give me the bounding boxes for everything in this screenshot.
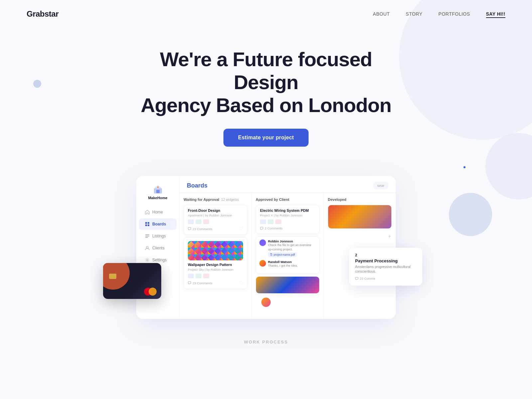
kanban-col-waiting: Waiting for Approval 12 widgetss Front-D… <box>180 193 252 319</box>
boards-icon <box>145 222 150 226</box>
site-logo[interactable]: Grabstar <box>27 9 59 19</box>
user-avatar-1 <box>259 239 266 246</box>
svg-rect-12 <box>270 253 272 256</box>
bg-decoration-circle-bottom <box>449 193 492 236</box>
sidebar-item-clients[interactable]: Clients <box>139 242 177 254</box>
sidebar-item-listings[interactable]: Listings <box>139 230 177 242</box>
card-tag <box>203 219 209 224</box>
card-tag <box>275 219 281 224</box>
search-button[interactable]: sear <box>373 182 388 189</box>
makehome-logo-icon <box>153 184 163 195</box>
svg-rect-9 <box>145 237 148 238</box>
boards-title: Boards <box>187 182 207 189</box>
popup-footer: 23 Comme <box>355 277 416 280</box>
card-image <box>188 241 243 260</box>
hero-title: We're a Future focused Design Agency Bas… <box>133 48 399 117</box>
card-tag <box>188 219 194 224</box>
sidebar-nav: Home Boards <box>136 206 179 266</box>
svg-rect-6 <box>148 224 149 226</box>
main-header: Boards sear <box>180 176 396 193</box>
svg-point-11 <box>147 259 148 261</box>
card-tag <box>203 274 209 278</box>
card-footer: 2 Comments <box>260 226 315 230</box>
col-header-developed: Developed <box>328 198 392 201</box>
svg-rect-13 <box>270 253 272 254</box>
kanban-card: Front-Door Design Apartment | by Robbin … <box>184 205 247 235</box>
listings-icon <box>145 234 150 238</box>
card-footer: 23 Comments ♡ <box>188 281 243 285</box>
card-tag <box>268 219 274 224</box>
app-mockup-wrapper: MakeHome Home Boards <box>136 176 396 319</box>
svg-rect-1 <box>156 190 160 193</box>
card-comments: 2 Comments <box>260 226 283 230</box>
credit-card-float <box>103 263 161 299</box>
sidebar-item-boards[interactable]: Boards <box>139 218 177 230</box>
nav-item-portfolios[interactable]: PORTFOLIOS <box>439 11 470 17</box>
col-header-approved: Approved by Client <box>256 198 320 201</box>
chat-message-2: Randoll Watson Thanks, I got the Idea. <box>268 260 298 268</box>
sidebar-logo: MakeHome <box>136 184 179 200</box>
add-card-button[interactable]: + <box>328 231 392 241</box>
card-preview-image <box>256 277 319 293</box>
sidebar-user-avatar <box>261 298 271 307</box>
card-tags <box>188 219 243 224</box>
nav-item-story[interactable]: STORY <box>406 11 422 17</box>
sidebar-item-home[interactable]: Home <box>139 206 177 218</box>
chat-thread: Robbin Jonnson Check the file to get an … <box>256 236 320 274</box>
work-process-label: WORK PROCESS <box>244 339 288 344</box>
payment-popup: 2 Payment Processing Amsterdams progress… <box>349 248 422 286</box>
svg-rect-5 <box>145 224 147 226</box>
card-tag <box>188 274 194 278</box>
svg-point-10 <box>146 246 148 248</box>
comment-icon <box>188 227 191 230</box>
card-tag <box>196 274 201 278</box>
svg-rect-7 <box>145 234 149 235</box>
card-footer: 23 Comments ♡ <box>188 226 243 231</box>
dev-card-image <box>328 205 391 228</box>
kanban-card-image-preview <box>256 276 320 294</box>
chat-user-2: Randoll Watson Thanks, I got the Idea. <box>259 260 316 268</box>
card-comments: 23 Comments <box>188 281 212 285</box>
main-content: Boards sear Waiting for Approval 12 widg… <box>180 176 396 319</box>
nav-links: ABOUT STORY PORTFOLIOS SAY HI!! <box>373 11 505 17</box>
comment-icon <box>188 281 191 285</box>
file-icon <box>270 253 273 256</box>
col-header-waiting: Waiting for Approval 12 widgetss <box>184 198 247 201</box>
card-tags <box>260 219 315 224</box>
app-window: MakeHome Home Boards <box>136 176 396 319</box>
like-icon[interactable]: ♡ <box>239 281 243 285</box>
sidebar-logo-text: MakeHome <box>148 196 167 200</box>
chat-message-1: Robbin Jonnson Check the file to get an … <box>268 239 316 257</box>
nav-item-sayhi[interactable]: SAY HI!! <box>486 11 505 17</box>
nav-item-about[interactable]: ABOUT <box>373 11 390 17</box>
settings-icon <box>145 258 150 262</box>
kanban-card: Wallpaper Design Pattern Project Sky | b… <box>184 237 247 289</box>
chat-user-1: Robbin Jonnson Check the file to get an … <box>259 239 316 257</box>
card-tags <box>188 274 243 278</box>
svg-rect-8 <box>145 236 149 236</box>
svg-rect-3 <box>145 222 147 224</box>
card-tag <box>260 219 266 224</box>
kanban-card-dev <box>328 205 392 229</box>
svg-rect-4 <box>148 222 149 224</box>
work-process-section: WORK PROCESS <box>0 319 532 351</box>
card-chip <box>109 274 116 279</box>
mc-yellow-circle <box>149 288 157 296</box>
clients-icon <box>145 246 150 250</box>
card-comments: 23 Comments <box>188 227 212 231</box>
home-icon <box>145 210 150 214</box>
kanban-card: Electric Wiring System PDM Project X | b… <box>256 205 320 234</box>
bg-decoration-dot <box>464 166 466 168</box>
estimate-button[interactable]: Estimate your project <box>223 129 309 147</box>
pattern-image <box>188 241 243 260</box>
comment-icon <box>260 227 263 230</box>
navbar: Grabstar ABOUT STORY PORTFOLIOS SAY HI!! <box>0 0 532 28</box>
hero-section: We're a Future focused Design Agency Bas… <box>0 28 532 160</box>
svg-rect-2 <box>157 187 159 188</box>
chat-file: project-name.pdf <box>268 252 297 257</box>
user-avatar-2 <box>259 260 266 267</box>
card-tag <box>196 219 201 224</box>
mastercard-logo <box>144 288 157 296</box>
like-icon[interactable]: ♡ <box>239 226 243 231</box>
popup-comment-icon <box>355 277 358 280</box>
